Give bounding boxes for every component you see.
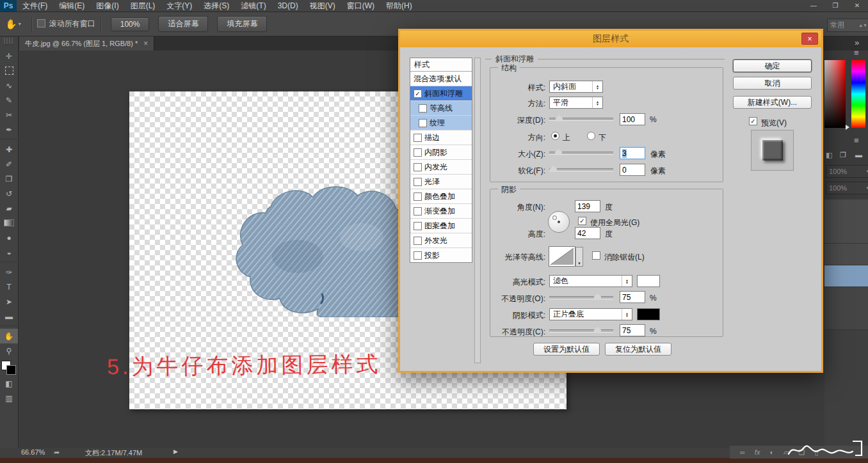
scroll-all-windows-checkbox[interactable] [37, 19, 45, 27]
preview-checkbox[interactable]: ✓ [749, 117, 757, 125]
status-options-arrow-icon[interactable]: ▶ [173, 448, 178, 455]
crop-tool[interactable]: ✂ [0, 107, 18, 122]
highlight-mode-dropdown[interactable]: 滤色 ▲▼ [549, 275, 632, 287]
soften-slider[interactable] [549, 164, 613, 173]
menu-type[interactable]: 文字(Y) [161, 0, 198, 12]
menu-3d[interactable]: 3D(D) [272, 0, 304, 12]
soften-input[interactable]: 0 [620, 164, 645, 176]
layer-clip-icon[interactable]: ❐ [840, 151, 846, 159]
highlight-color-swatch[interactable] [637, 275, 660, 287]
gloss-contour-picker[interactable]: ▾ [549, 246, 575, 267]
style-item-color-overlay[interactable]: 颜色叠加 [410, 189, 472, 204]
path-select-tool[interactable]: ➤ [0, 294, 18, 309]
cancel-button[interactable]: 取消 [733, 77, 812, 90]
document-tab[interactable]: 牛皮.jpg @ 66.7% (图层 1, RGB/8) * × [19, 36, 154, 51]
direction-up-radio[interactable] [551, 132, 559, 140]
panel-grip[interactable] [4, 38, 14, 45]
soften-slider-thumb[interactable] [550, 166, 557, 172]
angle-input[interactable]: 139 [575, 200, 600, 212]
checkbox[interactable] [414, 178, 422, 186]
style-item-inner-glow[interactable]: 内发光 [410, 160, 472, 175]
checkbox-checked[interactable]: ✓ [414, 90, 422, 98]
highlight-opacity-slider[interactable] [549, 292, 613, 301]
style-item-gradient-overlay[interactable]: 渐变叠加 [410, 204, 472, 219]
style-item-contour[interactable]: 等高线 [410, 101, 472, 116]
scroll-all-windows-option[interactable]: 滚动所有窗口 [37, 19, 95, 29]
style-item-satin[interactable]: 光泽 [410, 175, 472, 189]
hand-tool[interactable]: ✋ [0, 329, 18, 343]
shadow-color-swatch[interactable] [637, 308, 660, 320]
layer-fill-field[interactable]: 100% ▾ [826, 182, 868, 194]
checkbox[interactable] [414, 134, 422, 142]
style-item-inner-shadow[interactable]: 内阴影 [410, 145, 472, 160]
contour-caret-icon[interactable]: ▾ [575, 247, 583, 267]
layer-fx-icon[interactable]: fx [755, 448, 760, 456]
size-slider-thumb[interactable] [555, 149, 562, 155]
menu-select[interactable]: 选择(S) [198, 0, 235, 12]
tool-preset-caret-icon[interactable]: ▾ [19, 21, 21, 27]
eyedropper-tool[interactable]: ✒ [0, 122, 18, 137]
history-brush-tool[interactable]: ↺ [0, 186, 18, 201]
layer-lock-icon[interactable]: ▬ [855, 151, 862, 159]
depth-slider-thumb[interactable] [556, 115, 563, 122]
checkbox[interactable] [414, 251, 422, 260]
style-item-stroke[interactable]: 描边 [410, 130, 472, 145]
gradient-tool[interactable] [0, 216, 18, 230]
reset-default-button[interactable]: 复位为默认值 [605, 343, 671, 356]
minimize-icon[interactable]: — [803, 0, 824, 12]
highlight-opacity-thumb[interactable] [594, 294, 601, 300]
color-saturation-square[interactable] [824, 60, 846, 128]
layers-panel-menu-icon[interactable]: ≡ [854, 136, 859, 145]
depth-slider[interactable] [549, 114, 613, 123]
checkbox[interactable] [419, 104, 427, 113]
export-icon[interactable]: ➦ [54, 448, 60, 457]
layer-filter-icon[interactable]: ◧ [826, 151, 832, 159]
size-slider[interactable] [549, 148, 613, 157]
tab-close-icon[interactable]: × [143, 39, 148, 48]
checkbox[interactable] [414, 207, 422, 216]
shadow-mode-dropdown[interactable]: 正片叠底 ▲▼ [549, 308, 632, 320]
workspace-switcher[interactable]: 常用 ▲▼ [827, 19, 868, 32]
pen-tool[interactable]: ✑ [0, 265, 18, 279]
checkbox[interactable] [414, 192, 422, 201]
close-icon[interactable]: ✕ [846, 0, 868, 12]
link-layers-icon[interactable]: ∞ [740, 448, 745, 456]
screen-mode-button[interactable]: ▥ [0, 391, 18, 405]
hue-ramp[interactable] [851, 60, 865, 128]
adjustment-layer-icon[interactable]: ◐ [769, 448, 774, 456]
checkbox[interactable] [414, 222, 422, 230]
use-global-light-checkbox[interactable]: ✓ [578, 217, 586, 225]
dodge-tool[interactable]: ◒ [0, 245, 18, 260]
color-swatches[interactable] [1, 361, 17, 375]
background-color-swatch[interactable] [6, 365, 16, 375]
marquee-tool[interactable] [0, 63, 18, 78]
style-item-outer-glow[interactable]: 外发光 [410, 233, 472, 248]
menu-file[interactable]: 文件(F) [17, 0, 53, 12]
highlight-opacity-input[interactable]: 75 [620, 291, 645, 303]
layer-row-selected[interactable] [824, 265, 868, 287]
bevel-style-dropdown[interactable]: 内斜面 ▲▼ [549, 81, 603, 93]
set-default-button[interactable]: 设置为默认值 [533, 343, 600, 356]
checkbox[interactable] [419, 119, 427, 127]
style-item-blending-options[interactable]: 混合选项:默认 [410, 72, 472, 86]
healing-brush-tool[interactable]: ✚ [0, 142, 18, 157]
hand-tool-icon[interactable]: ✋ [5, 19, 17, 30]
styles-list-scrollbar[interactable] [474, 58, 481, 363]
blur-tool[interactable]: ● [0, 230, 18, 245]
depth-input[interactable]: 100 [620, 113, 645, 125]
ok-button[interactable]: 确定 [733, 59, 812, 72]
quick-mask-button[interactable]: ◧ [0, 376, 18, 391]
color-panel-menu-icon[interactable]: ≡ [854, 48, 859, 58]
shape-tool[interactable]: ▬ [0, 309, 18, 324]
hue-slider-handle[interactable] [846, 125, 849, 130]
dialog-close-icon[interactable]: × [801, 33, 818, 45]
style-item-drop-shadow[interactable]: 投影 [410, 248, 472, 262]
checkbox[interactable] [414, 148, 422, 157]
technique-dropdown[interactable]: 平滑 ▲▼ [549, 97, 603, 109]
lasso-tool[interactable]: ∿ [0, 78, 18, 93]
style-item-bevel-emboss[interactable]: ✓斜面和浮雕 [410, 86, 472, 101]
dialog-title-bar[interactable]: 图层样式 × [400, 31, 821, 47]
fill-screen-button[interactable]: 填充屏幕 [217, 16, 267, 32]
menu-image[interactable]: 图像(I) [90, 0, 124, 12]
layer-row[interactable] [824, 200, 868, 244]
